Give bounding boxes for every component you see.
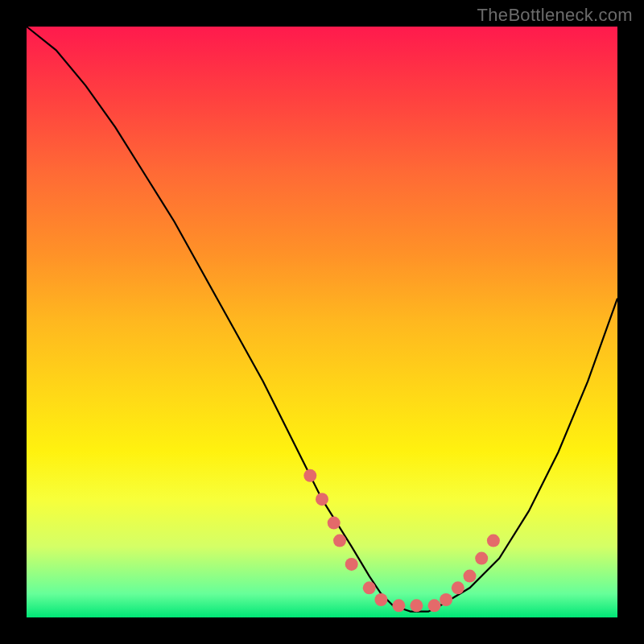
marker-dot: [475, 552, 488, 565]
marker-dot: [345, 558, 358, 571]
curve-layer: [27, 27, 617, 617]
marker-dot: [464, 570, 477, 583]
marker-dot: [374, 593, 387, 606]
bottleneck-curve: [27, 27, 617, 612]
marker-dot: [452, 581, 464, 594]
marker-dot: [410, 599, 423, 612]
marker-dot: [392, 599, 405, 612]
watermark-label: TheBottleneck.com: [477, 5, 633, 26]
marker-dot: [440, 593, 452, 606]
chart-frame: TheBottleneck.com: [0, 0, 644, 644]
marker-dot: [333, 535, 346, 547]
marker-dot: [328, 517, 341, 530]
marker-dot: [303, 469, 316, 482]
marker-group: [303, 469, 500, 613]
marker-dot: [487, 535, 500, 547]
plot-area: [27, 27, 617, 617]
marker-dot: [363, 581, 376, 594]
marker-dot: [428, 599, 441, 612]
marker-dot: [316, 493, 328, 506]
